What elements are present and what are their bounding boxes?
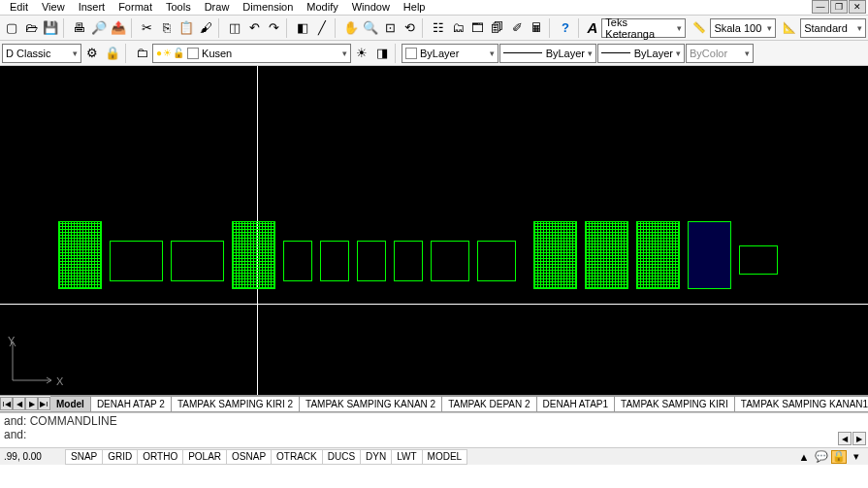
tray-annoscale-icon[interactable]: ▲ — [796, 450, 812, 464]
coordinates-display[interactable]: .99, 0.00 — [0, 451, 66, 462]
tab-nav-prev[interactable]: ◀ — [13, 397, 25, 410]
text-style-combo[interactable]: Teks Keteranga — [601, 18, 686, 38]
menu-draw[interactable]: Draw — [199, 0, 238, 15]
print-icon[interactable]: 🖶 — [70, 18, 88, 38]
color-combo[interactable]: ByLayer — [402, 44, 498, 63]
tab-nav-next[interactable]: ▶ — [25, 397, 38, 410]
dim-icon: 📐 — [783, 21, 796, 34]
status-toggle-model[interactable]: MODEL — [422, 449, 468, 465]
zoom-prev-icon[interactable]: ⟲ — [401, 18, 419, 38]
plotstyle-combo[interactable]: ByColor — [686, 44, 754, 63]
minimize-button[interactable]: — — [812, 0, 829, 14]
status-toggle-lwt[interactable]: LWT — [391, 449, 422, 465]
status-toggle-ortho[interactable]: ORTHO — [137, 449, 183, 465]
block-icon[interactable]: ◫ — [225, 18, 243, 38]
menu-format[interactable]: Format — [113, 0, 160, 15]
status-toggle-ducs[interactable]: DUCS — [322, 449, 361, 465]
command-window[interactable]: and: COMMANDLINE and: ◀ ▶ — [0, 412, 868, 447]
scale-icon: 📏 — [692, 21, 706, 34]
markup-icon[interactable]: ✐ — [508, 18, 527, 38]
layout-tab-model[interactable]: Model — [50, 396, 91, 411]
status-toggle-polar[interactable]: POLAR — [182, 449, 227, 465]
command-prompt[interactable]: and: — [4, 428, 864, 441]
open-icon[interactable]: 🗁 — [21, 18, 40, 38]
tray-balloon-icon[interactable]: 💬 — [814, 450, 829, 464]
cmd-scroll-right[interactable]: ▶ — [852, 432, 866, 445]
maximize-button[interactable]: ❐ — [830, 0, 848, 14]
menu-help[interactable]: Help — [398, 0, 434, 15]
layout-tab-tampak-samping-kanan-2[interactable]: TAMPAK SAMPING KANAN 2 — [299, 396, 442, 411]
menu-window[interactable]: Window — [346, 0, 398, 15]
workspace-combo[interactable]: D Classic — [2, 44, 81, 63]
zoom-win-icon[interactable]: ⊡ — [381, 18, 400, 38]
linetype-combo[interactable]: ByLayer — [499, 44, 596, 63]
calc-icon[interactable]: 🖩 — [528, 18, 546, 38]
paste-icon[interactable]: 📋 — [177, 18, 196, 38]
sheet-icon[interactable]: 🗐 — [488, 18, 506, 38]
layer-lock-icon: 🔓 — [173, 48, 184, 58]
save-icon[interactable]: 💾 — [42, 18, 60, 38]
dc-icon[interactable]: 🗂 — [449, 18, 467, 38]
eraser-icon[interactable]: ◧ — [293, 18, 311, 38]
menu-insert[interactable]: Insert — [73, 0, 113, 15]
standard-toolbar: ▢ 🗁 💾 🖶 🔎 📤 ✂ ⎘ 📋 🖌 ◫ ↶ ↷ ◧ ╱ ✋ 🔍 ⊡ ⟲ ☷ … — [0, 16, 868, 41]
line-icon[interactable]: ╱ — [313, 18, 332, 38]
lineweight-combo[interactable]: ByLayer — [597, 44, 685, 63]
annotation-icon: A — [584, 19, 600, 36]
status-toggle-otrack[interactable]: OTRACK — [271, 449, 323, 465]
bylayer-color-swatch — [405, 48, 417, 59]
cut-icon[interactable]: ✂ — [138, 18, 156, 38]
tray-chevron-icon[interactable]: ▾ — [849, 450, 864, 464]
publish-icon[interactable]: 📤 — [110, 18, 128, 38]
zoom-rt-icon[interactable]: 🔍 — [361, 18, 379, 38]
linetype-preview — [503, 52, 542, 53]
drawing-content — [0, 221, 868, 299]
layout-tab-tampak-samping-kiri-2[interactable]: TAMPAK SAMPING KIRI 2 — [171, 396, 300, 411]
status-toggle-grid[interactable]: GRID — [102, 449, 138, 465]
tab-nav-first[interactable]: I◀ — [0, 397, 13, 410]
close-button[interactable]: ✕ — [849, 0, 866, 14]
layer-states-icon[interactable]: ☀ — [352, 44, 371, 63]
copy-icon[interactable]: ⎘ — [157, 18, 176, 38]
help-icon[interactable]: ? — [556, 18, 574, 38]
layout-tab-tampak-samping-kanan1[interactable]: TAMPAK SAMPING KANAN1 — [734, 396, 868, 411]
crosshair-horizontal — [0, 304, 868, 305]
command-history-line: and: COMMANDLINE — [4, 414, 864, 428]
menu-modify[interactable]: Modify — [301, 0, 345, 15]
cmd-scroll-left[interactable]: ◀ — [838, 432, 852, 445]
match-icon[interactable]: 🖌 — [197, 18, 215, 38]
ucs-icon — [8, 337, 56, 385]
ucs-x-label: X — [56, 375, 63, 387]
redo-icon[interactable]: ↷ — [265, 18, 283, 38]
dimstyle-combo[interactable]: Standard — [800, 18, 866, 38]
preview-icon[interactable]: 🔎 — [89, 18, 108, 38]
menu-dimension[interactable]: Dimension — [237, 0, 301, 15]
tab-nav-last[interactable]: ▶I — [38, 397, 50, 410]
scale-combo[interactable]: Skala 100 — [710, 18, 776, 38]
layout-tab-tampak-depan-2[interactable]: TAMPAK DEPAN 2 — [441, 396, 536, 411]
tp-icon[interactable]: 🗔 — [468, 18, 487, 38]
workspace-lock-icon[interactable]: 🔒 — [103, 44, 122, 63]
layers-toolbar: D Classic ⚙ 🔒 🗀 ● ☀ 🔓 Kusen ☀ ◨ ByLayer … — [0, 41, 868, 66]
status-toggle-snap[interactable]: SNAP — [65, 449, 103, 465]
menu-edit[interactable]: Edit — [4, 0, 36, 15]
layout-tab-denah-atap-2[interactable]: DENAH ATAP 2 — [90, 396, 172, 411]
workspace-settings-icon[interactable]: ⚙ — [82, 44, 102, 63]
props-icon[interactable]: ☷ — [429, 18, 447, 38]
menu-view[interactable]: View — [36, 0, 73, 15]
undo-icon[interactable]: ↶ — [245, 18, 264, 38]
menu-bar: Edit View Insert Format Tools Draw Dimen… — [0, 0, 868, 16]
layer-freeze-icon: ☀ — [163, 48, 172, 58]
layout-tab-tampak-samping-kiri[interactable]: TAMPAK SAMPING KIRI — [614, 396, 735, 411]
tray-lock-icon[interactable]: 🔒 — [831, 450, 847, 464]
layer-combo[interactable]: ● ☀ 🔓 Kusen — [152, 44, 351, 63]
status-toggle-osnap[interactable]: OSNAP — [226, 449, 272, 465]
new-icon[interactable]: ▢ — [2, 18, 20, 38]
layer-mgr-icon[interactable]: 🗀 — [132, 44, 151, 63]
layer-prev-icon[interactable]: ◨ — [372, 44, 392, 63]
pan-icon[interactable]: ✋ — [341, 18, 360, 38]
status-toggle-dyn[interactable]: DYN — [360, 449, 392, 465]
layout-tab-denah-atap1[interactable]: DENAH ATAP1 — [536, 396, 615, 411]
menu-tools[interactable]: Tools — [160, 0, 199, 15]
drawing-area[interactable]: Y X — [0, 66, 868, 395]
